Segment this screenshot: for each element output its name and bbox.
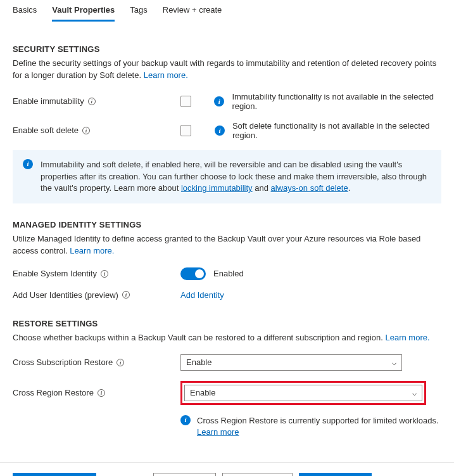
info-icon: i [215,125,225,136]
chevron-down-icon: ⌵ [392,358,396,367]
security-info-callout: i Immutability and soft delete, if enabl… [13,150,441,204]
enable-softdelete-checkbox[interactable] [180,125,191,136]
restore-learn-more-link[interactable]: Learn more. [386,333,430,342]
add-identity-link[interactable]: Add Identity [180,290,224,300]
security-settings-heading: SECURITY SETTINGS [13,44,441,54]
highlight-box: Enable ⌵ [180,381,426,405]
tab-tags[interactable]: Tags [130,1,147,22]
info-icon[interactable]: i [117,359,124,366]
tab-vault-properties[interactable]: Vault Properties [52,1,115,22]
cross-subscription-restore-row: Cross Subscription Restore i Enable ⌵ [13,354,441,371]
system-identity-toggle-label: Enabled [213,269,244,278]
enable-system-identity-row: Enable System Identity i Enabled [13,267,441,280]
restore-settings-desc: Choose whether backups within a Backup V… [13,332,441,344]
locking-immutability-link[interactable]: locking immutability [181,183,253,193]
enable-immutability-checkbox[interactable] [180,96,191,107]
identity-settings-heading: MANAGED IDENTITY SETTINGS [13,220,441,229]
info-icon: i [23,159,33,169]
info-icon[interactable]: i [101,270,108,278]
info-icon[interactable]: i [88,98,96,105]
info-icon: i [180,415,191,425]
identity-settings-desc: Utilize Managed Identity to define acces… [13,233,441,257]
info-icon: i [214,96,224,106]
cross-region-restore-dropdown[interactable]: Enable ⌵ [184,385,422,401]
cross-region-info-line: i Cross Region Restore is currently supp… [180,415,440,438]
softdelete-unavailable-msg: Soft delete functionality is not availab… [232,121,441,140]
security-settings-desc: Define the security settings of your bac… [13,58,441,82]
system-identity-toggle[interactable] [180,267,206,280]
callout-text-2: and [253,183,271,193]
security-learn-more-link[interactable]: Learn more. [144,70,188,80]
cross-region-restore-value: Enable [190,388,215,397]
cross-region-restore-row: Cross Region Restore i Enable ⌵ [13,381,441,405]
cross-subscription-restore-label: Cross Subscription Restore [13,357,113,367]
enable-softdelete-row: Enable soft delete i i Soft delete funct… [13,121,441,140]
cross-subscription-restore-dropdown[interactable]: Enable ⌵ [180,354,402,371]
restore-settings-heading: RESTORE SETTINGS [13,319,441,328]
next-button[interactable]: Next: Tags > [222,473,292,476]
cross-region-restore-label: Cross Region Restore [13,388,94,397]
tab-review-create[interactable]: Review + create [163,1,222,22]
tabs-bar: Basics Vault Properties Tags Review + cr… [0,0,454,22]
callout-text-3: . [348,183,351,193]
immutability-unavailable-msg: Immutability functionality is not availa… [232,92,441,111]
enable-system-identity-label: Enable System Identity [13,269,97,278]
enable-softdelete-label: Enable soft delete [13,125,79,135]
identity-learn-more-link[interactable]: Learn more. [70,246,114,255]
chevron-down-icon: ⌵ [412,389,417,397]
restore-desc-text: Choose whether backups within a Backup V… [13,333,383,342]
info-icon[interactable]: i [122,291,130,299]
previous-button[interactable]: < Previous [153,473,217,476]
feedback-button[interactable]: Feedback [299,473,372,476]
cross-region-learn-more-link[interactable]: Learn more [197,427,239,437]
info-icon[interactable]: i [98,389,105,397]
security-desc-text: Define the security settings of your bac… [13,58,436,80]
always-on-softdelete-link[interactable]: always-on soft delete [271,183,348,193]
enable-immutability-row: Enable immutability i i Immutability fun… [13,92,441,111]
tab-basics[interactable]: Basics [13,1,37,22]
info-icon[interactable]: i [82,127,90,134]
add-user-identities-row: Add User Identities (preview) i Add Iden… [13,290,441,300]
footer-bar: Review + create < Previous Next: Tags > … [0,463,454,476]
cross-region-info-msg: Cross Region Restore is currently suppor… [197,416,439,425]
cross-subscription-restore-value: Enable [186,357,211,367]
review-create-button[interactable]: Review + create [13,473,96,476]
enable-immutability-label: Enable immutability [13,96,84,106]
add-user-identities-label: Add User Identities (preview) [13,290,118,300]
